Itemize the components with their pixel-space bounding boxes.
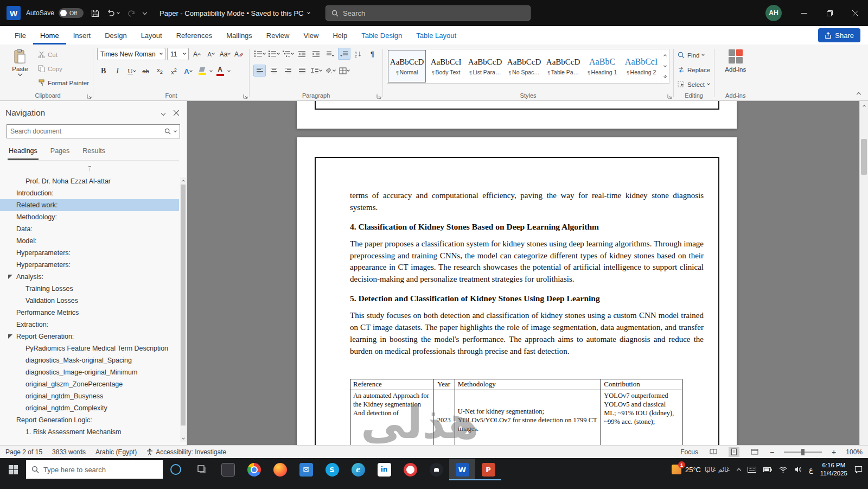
heading-section-5[interactable]: 5. Detection and Classification of Kidne… — [350, 293, 704, 304]
nav-heading-item[interactable]: Training Losses — [0, 283, 179, 295]
autosave-toggle[interactable]: Off — [59, 8, 84, 18]
replace-button[interactable]: Replace — [678, 64, 710, 75]
paragraph-dialog-launcher[interactable] — [376, 94, 381, 99]
nav-heading-item[interactable]: Related work: — [0, 199, 179, 211]
hidden-icons-button[interactable] — [737, 467, 741, 472]
align-center-button[interactable] — [267, 65, 280, 77]
shading-button[interactable] — [324, 65, 336, 77]
italic-button[interactable]: I — [111, 65, 124, 77]
cut-button[interactable]: Cut — [38, 49, 89, 60]
addins-button[interactable]: Add-ins — [718, 48, 752, 73]
nav-scroll-down-button[interactable] — [180, 435, 186, 442]
nav-search-box[interactable] — [7, 124, 180, 138]
format-painter-button[interactable]: Format Painter — [38, 77, 89, 88]
nav-heading-item[interactable]: Validation Losses — [0, 295, 179, 307]
page-indicator[interactable]: Page 2 of 15 — [5, 448, 42, 456]
nav-scrollbar-thumb[interactable] — [181, 185, 186, 426]
tab-insert[interactable]: Insert — [66, 26, 98, 45]
nav-heading-item[interactable]: Analysis: — [0, 271, 179, 283]
nav-heading-item[interactable]: Introduction: — [0, 187, 179, 199]
focus-button[interactable]: Focus — [680, 448, 698, 456]
font-size-select[interactable]: 11 — [167, 48, 189, 60]
wifi-button[interactable] — [779, 467, 787, 473]
nav-search-input[interactable] — [10, 128, 161, 135]
select-button[interactable]: Select — [678, 79, 710, 90]
jump-to-beginning-button[interactable]: ↑ — [0, 163, 179, 175]
bold-button[interactable]: B — [97, 65, 110, 77]
nav-heading-item[interactable]: Hyperparameters: — [0, 259, 179, 271]
change-case-button[interactable]: Aa — [219, 48, 231, 60]
pane-options-button[interactable] — [162, 109, 165, 117]
nav-tab-results[interactable]: Results — [81, 145, 106, 160]
tab-design[interactable]: Design — [98, 26, 133, 45]
touch-keyboard-button[interactable] — [748, 467, 756, 473]
word-app-icon[interactable]: W — [7, 6, 21, 20]
document-scrollbar[interactable] — [859, 101, 868, 445]
decrease-indent-button[interactable] — [296, 48, 308, 60]
font-color-button[interactable]: A — [214, 65, 226, 77]
zoom-level[interactable]: 100% — [846, 448, 863, 456]
nav-heading-item[interactable]: Performance Metrics — [0, 307, 179, 319]
accessibility-status[interactable]: Accessibility: Investigate — [146, 448, 226, 456]
nav-scroll-up-button[interactable] — [180, 177, 186, 183]
paragraph[interactable]: This study focuses on both detection and… — [350, 310, 704, 357]
zoom-slider-thumb[interactable] — [801, 449, 805, 455]
linkedin-icon[interactable]: in — [371, 459, 397, 480]
superscript-button[interactable]: x2 — [168, 65, 180, 77]
tab-home[interactable]: Home — [33, 26, 66, 45]
web-layout-button[interactable] — [749, 447, 760, 457]
restore-button[interactable] — [817, 0, 843, 26]
zoom-slider[interactable] — [784, 452, 822, 453]
subscript-button[interactable]: x2 — [154, 65, 166, 77]
document-scrollbar-thumb[interactable] — [861, 139, 867, 175]
highlight-color-button[interactable] — [196, 65, 208, 77]
nav-heading-item[interactable]: Data: — [0, 223, 179, 235]
close-pane-button[interactable] — [174, 110, 179, 116]
strikethrough-button[interactable]: ab — [139, 65, 152, 77]
styles-dialog-launcher[interactable] — [667, 94, 672, 99]
nav-heading-item[interactable]: Hyperparameters: — [0, 247, 179, 259]
powerpoint-icon[interactable]: P — [475, 459, 501, 480]
document-page[interactable]: terms of accuracy and computational effi… — [297, 137, 737, 445]
action-center-button[interactable] — [854, 466, 863, 473]
word-icon[interactable]: W — [449, 459, 475, 480]
nav-heading-item[interactable]: Report Generation Logic: — [0, 414, 179, 426]
word-count[interactable]: 3833 words — [52, 448, 86, 456]
show-formatting-marks-button[interactable]: ¶ — [366, 48, 379, 60]
titlebar-search[interactable]: Search — [326, 5, 531, 21]
github-icon[interactable] — [423, 459, 449, 480]
clock[interactable]: 6:16 PM 11/4/2025 — [820, 461, 847, 478]
minimize-button[interactable] — [792, 0, 817, 26]
chevron-down-icon[interactable] — [209, 69, 213, 72]
zoom-out-button[interactable]: − — [770, 448, 774, 456]
nav-heading-item[interactable]: PyRadiomics Feature Medical Term Descrip… — [0, 342, 179, 354]
chrome-icon[interactable] — [241, 459, 267, 480]
print-layout-button[interactable] — [729, 447, 739, 457]
close-button[interactable] — [843, 0, 868, 26]
paragraph[interactable]: The paper proposes a classification syst… — [350, 238, 704, 285]
tab-mailings[interactable]: Mailings — [219, 26, 259, 45]
multilevel-list-button[interactable] — [282, 48, 294, 60]
Normal[interactable]: AaBbCcD Normal — [387, 49, 426, 83]
copy-button[interactable]: Copy — [38, 63, 89, 74]
numbering-button[interactable] — [267, 48, 280, 60]
cortana-button[interactable] — [163, 459, 189, 480]
battery-button[interactable] — [763, 467, 772, 472]
share-button[interactable]: Share — [818, 28, 860, 42]
ltr-direction-button[interactable] — [324, 48, 336, 60]
save-button[interactable] — [91, 9, 99, 17]
clipboard-dialog-launcher[interactable] — [87, 94, 92, 99]
nav-heading-item[interactable]: original_ngtdm_Complexity — [0, 402, 179, 414]
tab-table-design[interactable]: Table Design — [354, 26, 409, 45]
Heading 2[interactable]: AaBbCcI Heading 2 — [622, 49, 661, 83]
shrink-font-button[interactable]: A — [205, 48, 217, 60]
nav-heading-item[interactable]: Extraction: — [0, 319, 179, 331]
font-dialog-launcher[interactable] — [243, 94, 248, 99]
nav-heading-item[interactable]: original_ngtdm_Busyness — [0, 390, 179, 402]
weather-widget[interactable]: 1 25°C غائم غالبًا — [672, 465, 730, 474]
tab-layout[interactable]: Layout — [134, 26, 169, 45]
nav-heading-item[interactable]: Methodology: — [0, 211, 179, 223]
styles-scroll-up-button[interactable] — [661, 49, 669, 61]
bullets-button[interactable] — [253, 48, 266, 60]
taskbar-search[interactable]: Type here to search — [26, 460, 163, 479]
